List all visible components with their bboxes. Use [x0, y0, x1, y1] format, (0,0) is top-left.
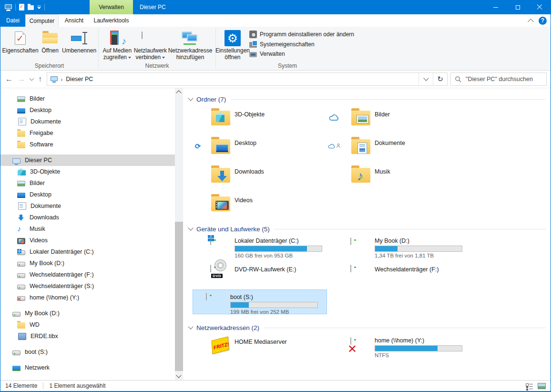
- tab-computer[interactable]: Computer: [25, 14, 59, 27]
- new-folder-qat-icon[interactable]: [28, 5, 34, 10]
- status-column: [328, 165, 340, 171]
- sidebar-item-boot-s[interactable]: boot (S:): [0, 346, 175, 358]
- up-icon[interactable]: ↑: [38, 75, 42, 83]
- drive-tile-boot-s-selected[interactable]: boot (S:) 199 MB frei von 252 MB: [193, 289, 327, 314]
- folder-tile-musik[interactable]: ♪ Musik: [350, 165, 467, 183]
- refresh-button[interactable]: ↻: [433, 73, 447, 85]
- sidebar-item-dokumente-qa[interactable]: Dokumente: [0, 116, 175, 127]
- programm-deinstallieren-button[interactable]: Programm deinstallieren oder ändern: [249, 31, 354, 38]
- customize-qat-chevron-icon[interactable]: [37, 7, 41, 9]
- folder-icon: ♪: [351, 168, 370, 183]
- sidebar-item-netzwerk[interactable]: Netzwerk: [0, 362, 175, 373]
- network-tile-home-y[interactable]: ✕ home (\\home) (Y:) NTFS: [350, 335, 467, 358]
- folder-tile-desktop[interactable]: Desktop: [210, 136, 324, 154]
- sidebar-item-wechseldatentraeger-s[interactable]: Wechseldatenträger (S:): [0, 280, 175, 292]
- sidebar-item-wechseldatentraeger-f[interactable]: Wechseldatenträger (F:): [0, 269, 175, 280]
- tab-laufwerktools[interactable]: Laufwerktools: [90, 14, 133, 27]
- sidebar-item-3d-objekte[interactable]: 3D-Objekte: [0, 166, 175, 177]
- group-label: Speicherort: [0, 62, 98, 69]
- sidebar-item-musik[interactable]: ♪Musik: [0, 223, 175, 235]
- drive-icon: [350, 238, 371, 251]
- divider: [43, 382, 43, 389]
- netzlaufwerk-verbinden-button[interactable]: Netzlaufwerk verbinden: [133, 28, 168, 62]
- folder-icon: [211, 168, 230, 183]
- folder-tile-videos[interactable]: Videos: [210, 193, 324, 211]
- tab-ansicht[interactable]: Ansicht: [59, 14, 90, 27]
- tab-datei[interactable]: Datei: [0, 14, 25, 27]
- oeffnen-button[interactable]: Öffnen: [37, 28, 63, 55]
- sidebar-item-bilder-qa[interactable]: Bilder: [0, 93, 175, 104]
- search-box[interactable]: [450, 72, 547, 86]
- sidebar-item-wd[interactable]: WD: [0, 319, 175, 330]
- eigenschaften-button[interactable]: Eigenschaften: [3, 28, 37, 55]
- sidebar-item-dokumente[interactable]: Dokumente: [0, 200, 175, 212]
- drive-tile-e[interactable]: DVD DVD-RW-Laufwerk (E:): [210, 262, 324, 279]
- sidebar-item-my-book-d[interactable]: My Book (D:): [0, 258, 175, 269]
- quick-access-toolbar: [0, 4, 45, 10]
- ribbon: Eigenschaften Öffnen Umbenennen Speicher…: [0, 27, 551, 71]
- chevron-down-icon[interactable]: [188, 324, 193, 329]
- section-header-geraete[interactable]: Geräte und Laufwerke (5): [187, 224, 549, 234]
- details-view-icon[interactable]: [526, 383, 533, 389]
- sidebar-item-desktop[interactable]: Desktop: [0, 189, 175, 200]
- maximize-button[interactable]: [507, 0, 529, 14]
- folder-tile-3d-objekte[interactable]: 3D-Objekte: [210, 107, 324, 125]
- dvd-drive-icon: DVD: [210, 265, 231, 279]
- sidebar-item-erde-tibx[interactable]: ERDE.tibx: [0, 330, 175, 342]
- breadcrumb[interactable]: › Dieser PC ↻: [47, 72, 448, 86]
- selected-count: 1 Element ausgewählt: [49, 382, 105, 389]
- verwalten-button[interactable]: Verwalten: [249, 51, 354, 57]
- folder-tile-dokumente[interactable]: Dokumente: [350, 136, 467, 154]
- large-icons-view-icon[interactable]: [538, 383, 546, 389]
- section-header-netzwerkadressen[interactable]: Netzwerkadressen (2): [187, 322, 549, 333]
- einstellungen-oeffnen-button[interactable]: ⚙ Einstellungen öffnen: [219, 28, 246, 62]
- scroll-down-icon[interactable]: [176, 372, 181, 378]
- minimize-button[interactable]: [485, 0, 507, 14]
- recent-locations-chevron-icon[interactable]: [30, 76, 34, 81]
- disconnected-network-drive-icon: ✕: [350, 338, 371, 351]
- properties-qat-icon[interactable]: [19, 4, 24, 10]
- section-header-ordner[interactable]: Ordner (7): [187, 94, 549, 104]
- back-icon[interactable]: ←: [5, 75, 13, 83]
- sidebar-item-downloads[interactable]: Downloads: [0, 212, 175, 223]
- sidebar-item-lokaler-datentraeger-c[interactable]: Lokaler Datenträger (C:): [0, 246, 175, 258]
- folder-tile-downloads[interactable]: Downloads: [210, 165, 324, 183]
- media-server-icon: ♪: [109, 31, 125, 46]
- red-x-icon: ✕: [347, 343, 357, 355]
- scrollbar[interactable]: [175, 88, 183, 380]
- folder-tile-bilder[interactable]: Bilder: [350, 107, 467, 125]
- close-button[interactable]: [529, 0, 551, 14]
- help-icon[interactable]: ?: [539, 17, 547, 25]
- breadcrumb-location[interactable]: Dieser PC: [66, 76, 93, 83]
- drive-tile-c[interactable]: Lokaler Datenträger (C:) 160 GB frei von…: [210, 235, 324, 258]
- contextual-tab-verwalten[interactable]: Verwalten: [90, 0, 133, 14]
- address-dropdown-button[interactable]: [418, 73, 433, 85]
- sidebar-item-home-y[interactable]: home (\\home) (Y:): [0, 292, 175, 303]
- network-tile-home-mediaserver[interactable]: FRITZ! HOME Mediaserver: [210, 335, 324, 355]
- systemeigenschaften-button[interactable]: Systemeigenschaften: [249, 41, 354, 48]
- drive-tile-d[interactable]: My Book (D:) 1,34 TB frei von 1,81 TB: [350, 235, 467, 258]
- chevron-down-icon[interactable]: [188, 95, 193, 101]
- sidebar-item-videos[interactable]: Videos: [0, 235, 175, 246]
- chevron-down-icon[interactable]: [188, 225, 193, 230]
- search-input[interactable]: [461, 76, 546, 83]
- sidebar-item-freigabe[interactable]: Freigabe: [0, 127, 175, 139]
- downloads-icon: [17, 214, 25, 221]
- document-icon: [357, 143, 367, 154]
- map-network-drive-icon: [142, 32, 159, 44]
- fritzbox-logo-icon: FRITZ!: [210, 337, 231, 355]
- scrollbar-thumb[interactable]: [175, 222, 183, 371]
- scroll-up-icon[interactable]: [176, 90, 181, 95]
- collapse-ribbon-icon[interactable]: [528, 19, 534, 25]
- sidebar-item-my-book-d-root[interactable]: My Book (D:): [0, 308, 175, 319]
- sidebar-item-bilder[interactable]: Bilder: [0, 177, 175, 189]
- drive-tile-f[interactable]: Wechseldatenträger (F:): [350, 262, 467, 279]
- umbenennen-button[interactable]: Umbenennen: [63, 28, 95, 55]
- netzwerkadresse-hinzufuegen-button[interactable]: Netzwerkadresse hinzufügen: [168, 28, 213, 62]
- sidebar-item-dieser-pc[interactable]: Dieser PC: [0, 155, 175, 166]
- auf-medien-zugreifen-button[interactable]: ♪ Auf Medien zugreifen: [102, 28, 133, 62]
- sidebar-item-desktop-qa[interactable]: Desktop: [0, 104, 175, 116]
- pictures-icon: [17, 96, 25, 102]
- group-speicherort: Eigenschaften Öffnen Umbenennen Speicher…: [0, 27, 98, 70]
- sidebar-item-software[interactable]: Software: [0, 139, 175, 150]
